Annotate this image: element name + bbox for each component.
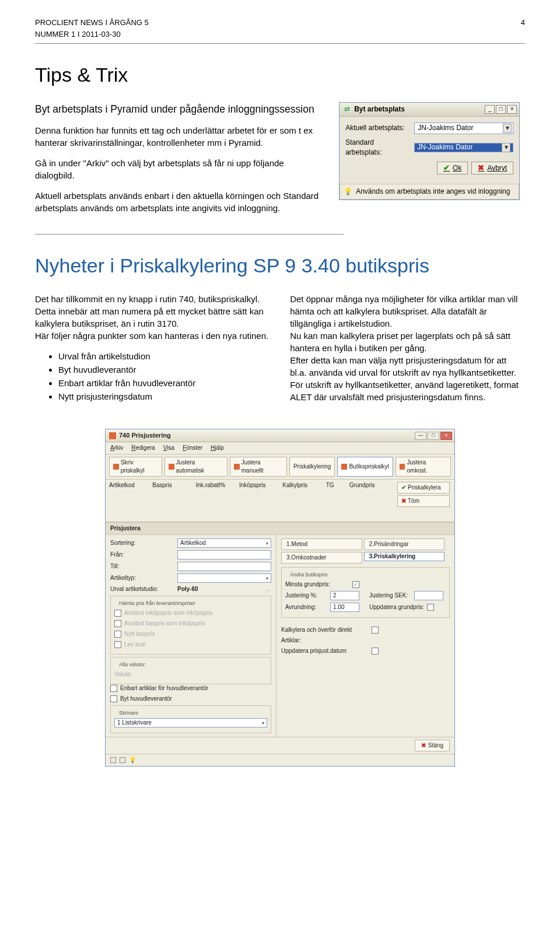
cb-label: Nytt baspris: [124, 630, 155, 638]
label-current-workplace: Aktuell arbetsplats:: [345, 123, 411, 133]
chevron-down-icon: ▾: [266, 575, 268, 582]
priskalkylera-button[interactable]: ✔Priskalkylera: [397, 482, 450, 494]
lbl-kalk: Kalkylera och överför direkt: [281, 626, 369, 634]
menu-hjalp[interactable]: Hjälp: [211, 444, 224, 452]
col-inkop[interactable]: Inköpspris: [239, 481, 276, 489]
select-standard-workplace[interactable]: JN-Joakims Dator ▾: [414, 143, 513, 152]
input-from[interactable]: [177, 550, 271, 559]
col-grundpris[interactable]: Grundpris: [349, 481, 387, 489]
col-inkrabatt[interactable]: Ink.rabatt%: [196, 481, 233, 489]
cb-label: Använd baspris som inköpspris: [124, 620, 205, 628]
checkbox[interactable]: [110, 685, 117, 692]
tb-omkost[interactable]: Justera omkost.: [396, 457, 451, 477]
dialog-titlebar[interactable]: Byt arbetsplats _ □ ×: [340, 103, 519, 117]
checkbox[interactable]: [372, 627, 379, 634]
tab-metod[interactable]: 1.Metod: [281, 538, 362, 550]
tab-omkostnader[interactable]: 3.Omkostnader: [281, 552, 362, 564]
section2-title: Nyheter i Priskalkylering SP 9 3.40 buti…: [35, 252, 525, 280]
group-title: Skrivare: [117, 709, 141, 717]
section2-layout: Det har tillkommit en ny knapp i rutin 7…: [35, 293, 525, 411]
checkbox[interactable]: [114, 610, 121, 617]
stang-button[interactable]: ✖Stäng: [415, 740, 450, 751]
tab-prisandringar[interactable]: 2.Prisändringar: [364, 538, 445, 550]
group-hamta-pris: Hämta pris från leverantörspriser Använd…: [110, 596, 271, 655]
section1-title: Tips & Trix: [35, 61, 525, 89]
cancel-button[interactable]: ✖ Avbryt: [471, 162, 513, 174]
tb-auto[interactable]: Justera automatisk: [164, 457, 228, 477]
menu-arkiv[interactable]: Arkiv: [110, 444, 123, 452]
tab-priskalkylering[interactable]: 3.Priskalkylering: [364, 552, 445, 561]
section1-p1: Denna funktion har funnits ett tag och u…: [35, 124, 319, 149]
bullet-item: Enbart artiklar från huvudleverantör: [58, 377, 270, 389]
select-current-workplace[interactable]: JN-Joakims Dator ▾: [414, 123, 513, 134]
urval-value: Poly-60: [177, 585, 198, 593]
close-button[interactable]: ×: [440, 432, 452, 440]
swap-icon: [343, 105, 351, 113]
section1-p2: Gå in under "Arkiv" och välj byt arbetsp…: [35, 157, 319, 181]
minimize-button[interactable]: _: [485, 105, 495, 114]
cb-label: Lev kod:: [124, 641, 146, 649]
menu-redigera[interactable]: Redigera: [131, 444, 155, 452]
section1-layout: Byt arbetsplats i Pyramid under pågående…: [35, 102, 525, 223]
section2-left-p3: Här följer några punkter som kan hantera…: [35, 331, 268, 341]
close-button[interactable]: ×: [507, 105, 517, 114]
section2-left-p1: Det har tillkommit en ny knapp i rutin 7…: [35, 294, 260, 304]
maximize-button[interactable]: □: [496, 105, 506, 114]
col-kalkyl[interactable]: Kalkylpris: [282, 481, 320, 489]
cb-label: Enbart artiklar för huvudleverantör: [120, 684, 208, 692]
col-artikelkod[interactable]: Artikelkod: [109, 481, 146, 489]
lbl-sortering: Sortering:: [110, 539, 174, 547]
toolbar: Skriv priskalkyl Justera automatisk Just…: [106, 454, 454, 480]
input-to[interactable]: [177, 562, 271, 571]
group-skrivare: Skrivare 1 Listskrivare▾: [110, 705, 271, 734]
tb-butikspris[interactable]: Butikspriskalkyl: [337, 457, 393, 477]
tb-label: Justera omkost.: [407, 459, 447, 475]
menu-fonster[interactable]: Fönster: [183, 444, 202, 452]
col-tg[interactable]: TG: [326, 481, 344, 489]
header-left-top: PROCLIENT NEWS I ÅRGÅNG 5: [35, 18, 149, 28]
cb-label: Använd inköpspris som inköpspris: [124, 609, 212, 617]
lbl-avrundning: Avrundning:: [285, 603, 327, 611]
checkbox[interactable]: [114, 631, 121, 638]
doc-icon: [113, 464, 119, 470]
select-printer[interactable]: 1 Listskrivare▾: [114, 718, 267, 727]
chevron-down-icon: ▾: [503, 124, 512, 133]
menu-visa[interactable]: Visa: [163, 444, 174, 452]
checkbox[interactable]: ✓: [352, 581, 359, 588]
checkbox[interactable]: [427, 604, 434, 611]
doc-icon: [400, 464, 405, 470]
appwin-titlebar[interactable]: 740 Prisjustering — □ ×: [106, 429, 454, 442]
checkbox[interactable]: [114, 620, 121, 627]
ellipsis-icon[interactable]: …: [267, 586, 271, 593]
input-just-pct[interactable]: 2: [330, 591, 359, 600]
dialog-status-text: Används om arbetsplats inte anges vid in…: [356, 187, 510, 197]
section-divider: [35, 234, 344, 235]
input-avrundning[interactable]: 1.00: [330, 603, 359, 612]
tb-manuellt[interactable]: Justera manuellt: [230, 457, 287, 477]
select-current-value: JN-Joakims Dator: [418, 123, 473, 133]
panel-left: Sortering: Artikelkod▾ Från: Till: Artik…: [106, 535, 276, 737]
cb-label: Valuta:: [114, 670, 132, 678]
select-sortering[interactable]: Artikelkod▾: [177, 538, 271, 548]
maximize-button[interactable]: □: [428, 432, 439, 440]
checkbox[interactable]: [372, 648, 379, 655]
group-title: Hämta pris från leverantörspriser: [117, 600, 198, 607]
input-just-sek[interactable]: [414, 591, 443, 600]
tb-priskalk[interactable]: Priskalkylering: [289, 457, 335, 477]
checkbox[interactable]: [110, 695, 117, 702]
tom-button[interactable]: ✖Töm: [397, 495, 450, 507]
dialog-statusbar: 💡 Används om arbetsplats inte anges vid …: [340, 184, 519, 200]
section2-right-p: Det öppnar många nya möjligheter för vil…: [290, 293, 525, 403]
tb-skriv[interactable]: Skriv priskalkyl: [109, 457, 162, 477]
lbl-urval: Urval artikelstudio:: [110, 585, 174, 593]
col-baspris[interactable]: Baspris: [152, 481, 190, 489]
ok-button[interactable]: ✔ Ok: [437, 162, 468, 174]
minimize-button[interactable]: —: [415, 432, 426, 440]
lbl-uppdatera-gp: Uppdatera grundpris:: [369, 603, 424, 611]
header-left-bottom: NUMMER 1 I 2011-03-30: [35, 29, 525, 40]
checkbox[interactable]: [114, 641, 121, 648]
chevron-down-icon: ▾: [266, 540, 268, 547]
prisjustering-window: 740 Prisjustering — □ × Arkiv Redigera V…: [105, 429, 455, 767]
select-artikeltyp[interactable]: ▾: [177, 573, 271, 583]
header-rule: [35, 43, 525, 44]
